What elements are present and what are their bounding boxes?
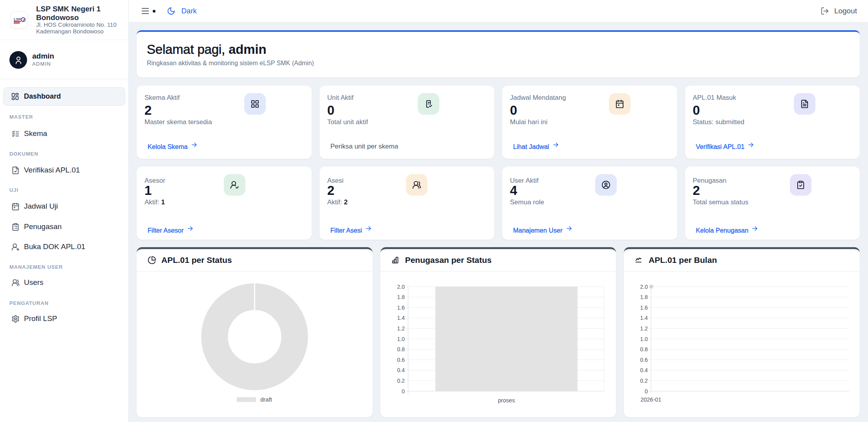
svg-text:1.8: 1.8 (397, 294, 405, 300)
svg-text:0: 0 (645, 388, 648, 394)
svg-text:1.8: 1.8 (640, 294, 648, 300)
svg-text:1.6: 1.6 (397, 305, 405, 311)
svg-text:1.4: 1.4 (397, 315, 405, 321)
svg-text:proses: proses (498, 397, 515, 404)
svg-text:0.2: 0.2 (640, 378, 648, 384)
svg-text:draft: draft (260, 396, 272, 403)
svg-text:1.0: 1.0 (640, 336, 648, 342)
svg-text:1.2: 1.2 (640, 325, 648, 332)
svg-text:1.4: 1.4 (640, 315, 648, 321)
svg-text:0.4: 0.4 (397, 367, 405, 373)
svg-text:0.6: 0.6 (640, 357, 648, 363)
svg-text:2.0: 2.0 (640, 284, 648, 290)
svg-text:2026-01: 2026-01 (641, 396, 662, 403)
svg-text:0: 0 (402, 388, 405, 394)
svg-text:0.2: 0.2 (397, 378, 405, 384)
svg-text:2.0: 2.0 (397, 284, 405, 290)
svg-text:1.0: 1.0 (397, 336, 405, 342)
svg-text:1.6: 1.6 (640, 305, 648, 311)
svg-text:0.6: 0.6 (397, 357, 405, 363)
svg-text:1.2: 1.2 (397, 325, 405, 332)
svg-text:0.8: 0.8 (640, 346, 648, 352)
svg-text:0.4: 0.4 (640, 367, 648, 373)
svg-text:0.8: 0.8 (397, 346, 405, 352)
